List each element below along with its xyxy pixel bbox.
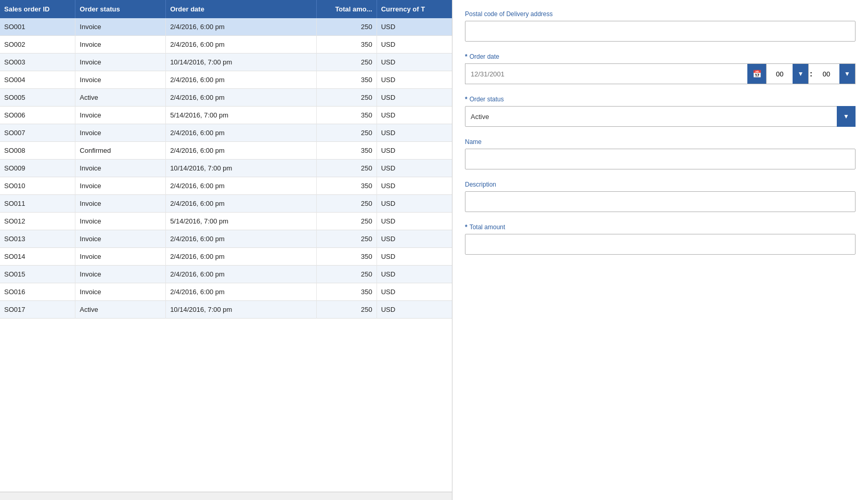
table-cell: Invoice <box>75 107 166 124</box>
table-cell: USD <box>377 301 452 319</box>
calendar-button[interactable]: 📅 <box>747 64 766 84</box>
table-cell: Active <box>75 301 166 319</box>
table-row[interactable]: SO003Invoice10/14/2016, 7:00 pm250USD <box>0 54 452 71</box>
table-cell: USD <box>377 124 452 142</box>
table-cell: 10/14/2016, 7:00 pm <box>166 54 317 71</box>
description-input[interactable] <box>465 191 856 212</box>
table-row[interactable]: SO013Invoice2/4/2016, 6:00 pm250USD <box>0 230 452 248</box>
table-cell: SO009 <box>0 160 75 177</box>
hour-input[interactable] <box>767 64 793 84</box>
minute-input[interactable] <box>813 64 839 84</box>
table-cell: Invoice <box>75 283 166 301</box>
table-cell: SO005 <box>0 89 75 107</box>
table-row[interactable]: SO007Invoice2/4/2016, 6:00 pm250USD <box>0 124 452 142</box>
total-amount-required-marker: * <box>465 223 468 231</box>
table-cell: USD <box>377 230 452 248</box>
table-cell: 10/14/2016, 7:00 pm <box>166 301 317 319</box>
table-horizontal-scrollbar[interactable] <box>0 492 452 500</box>
sales-order-table: Sales order ID Order status Order date T… <box>0 0 452 319</box>
order-status-select[interactable]: ActiveInvoiceConfirmed <box>465 106 856 127</box>
table-cell: USD <box>377 177 452 195</box>
table-cell: USD <box>377 89 452 107</box>
table-cell: 250 <box>316 160 377 177</box>
table-cell: 250 <box>316 266 377 283</box>
name-input[interactable] <box>465 149 856 169</box>
postal-code-label: Postal code of Delivery address <box>465 10 856 18</box>
minute-down-button[interactable]: ▼ <box>839 64 855 84</box>
table-row[interactable]: SO006Invoice5/14/2016, 7:00 pm350USD <box>0 107 452 124</box>
table-row[interactable]: SO005Active2/4/2016, 6:00 pm250USD <box>0 89 452 107</box>
table-cell: SO004 <box>0 71 75 89</box>
table-cell: 2/4/2016, 6:00 pm <box>166 18 317 36</box>
table-cell: 2/4/2016, 6:00 pm <box>166 283 317 301</box>
postal-code-input[interactable] <box>465 21 856 42</box>
table-cell: 350 <box>316 248 377 266</box>
main-container: Sales order ID Order status Order date T… <box>0 0 868 500</box>
table-cell: 250 <box>316 89 377 107</box>
table-cell: USD <box>377 266 452 283</box>
table-row[interactable]: SO016Invoice2/4/2016, 6:00 pm350USD <box>0 283 452 301</box>
table-row[interactable]: SO002Invoice2/4/2016, 6:00 pm350USD <box>0 36 452 54</box>
order-date-input[interactable] <box>465 64 747 84</box>
table-row[interactable]: SO012Invoice5/14/2016, 7:00 pm250USD <box>0 213 452 230</box>
table-cell: 2/4/2016, 6:00 pm <box>166 266 317 283</box>
description-label-text: Description <box>465 181 496 188</box>
table-cell: 2/4/2016, 6:00 pm <box>166 142 317 160</box>
table-cell: 350 <box>316 36 377 54</box>
name-field: Name <box>465 138 856 169</box>
table-cell: Active <box>75 89 166 107</box>
table-cell: Invoice <box>75 266 166 283</box>
col-header-date: Order date <box>166 0 317 18</box>
total-amount-label: * Total amount <box>465 223 856 231</box>
table-cell: SO015 <box>0 266 75 283</box>
table-cell: Invoice <box>75 177 166 195</box>
table-cell: 2/4/2016, 6:00 pm <box>166 195 317 213</box>
table-cell: 250 <box>316 54 377 71</box>
table-row[interactable]: SO017Active10/14/2016, 7:00 pm250USD <box>0 301 452 319</box>
name-label: Name <box>465 138 856 146</box>
postal-code-field: Postal code of Delivery address <box>465 10 856 42</box>
table-cell: 2/4/2016, 6:00 pm <box>166 230 317 248</box>
hour-down-button[interactable]: ▼ <box>793 64 808 84</box>
table-cell: 250 <box>316 213 377 230</box>
time-colon: : <box>809 63 813 84</box>
calendar-icon: 📅 <box>753 70 761 78</box>
table-row[interactable]: SO010Invoice2/4/2016, 6:00 pm350USD <box>0 177 452 195</box>
col-header-status: Order status <box>75 0 166 18</box>
table-panel: Sales order ID Order status Order date T… <box>0 0 452 500</box>
date-time-row: 📅 ▼ : ▼ <box>465 63 856 84</box>
table-cell: SO008 <box>0 142 75 160</box>
table-cell: 250 <box>316 124 377 142</box>
table-cell: 2/4/2016, 6:00 pm <box>166 36 317 54</box>
description-field: Description <box>465 181 856 212</box>
date-input-wrapper: 📅 <box>465 63 767 84</box>
table-cell: 250 <box>316 301 377 319</box>
table-cell: USD <box>377 283 452 301</box>
description-label: Description <box>465 181 856 188</box>
table-cell: SO002 <box>0 36 75 54</box>
order-date-required-marker: * <box>465 53 468 60</box>
table-cell: USD <box>377 107 452 124</box>
total-amount-input[interactable] <box>465 234 856 255</box>
table-row[interactable]: SO004Invoice2/4/2016, 6:00 pm350USD <box>0 71 452 89</box>
table-cell: 350 <box>316 177 377 195</box>
table-row[interactable]: SO011Invoice2/4/2016, 6:00 pm250USD <box>0 195 452 213</box>
table-row[interactable]: SO009Invoice10/14/2016, 7:00 pm250USD <box>0 160 452 177</box>
table-cell: USD <box>377 213 452 230</box>
table-cell: Invoice <box>75 54 166 71</box>
total-amount-label-text: Total amount <box>470 223 506 231</box>
order-status-required-marker: * <box>465 96 468 103</box>
table-row[interactable]: SO001Invoice2/4/2016, 6:00 pm250USD <box>0 18 452 36</box>
table-wrapper[interactable]: Sales order ID Order status Order date T… <box>0 0 452 492</box>
table-row[interactable]: SO008Confirmed2/4/2016, 6:00 pm350USD <box>0 142 452 160</box>
table-body: SO001Invoice2/4/2016, 6:00 pm250USDSO002… <box>0 18 452 319</box>
table-cell: USD <box>377 36 452 54</box>
table-row[interactable]: SO015Invoice2/4/2016, 6:00 pm250USD <box>0 266 452 283</box>
table-row[interactable]: SO014Invoice2/4/2016, 6:00 pm350USD <box>0 248 452 266</box>
table-cell: USD <box>377 248 452 266</box>
table-cell: SO003 <box>0 54 75 71</box>
order-status-select-wrapper: ActiveInvoiceConfirmed ▼ <box>465 106 856 127</box>
table-header-row: Sales order ID Order status Order date T… <box>0 0 452 18</box>
table-cell: 350 <box>316 71 377 89</box>
table-cell: 5/14/2016, 7:00 pm <box>166 107 317 124</box>
